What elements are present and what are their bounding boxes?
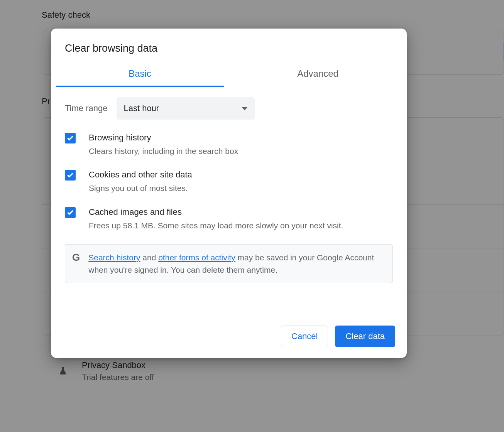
option-title: Browsing history <box>89 133 238 143</box>
time-range-label: Time range <box>65 103 107 113</box>
option-sub: Clears history, including in the search … <box>89 146 238 157</box>
check-icon <box>66 134 74 142</box>
option-cookies: Cookies and other site data Signs you ou… <box>65 170 393 194</box>
time-range-value: Last hour <box>123 103 159 113</box>
option-title: Cookies and other site data <box>89 170 192 180</box>
check-icon <box>66 209 74 216</box>
option-browsing-history: Browsing history Clears history, includi… <box>65 133 393 157</box>
search-history-link[interactable]: Search history <box>88 253 140 262</box>
dialog-title: Clear browsing data <box>51 29 407 63</box>
other-activity-link[interactable]: other forms of activity <box>158 253 235 262</box>
option-title: Cached images and files <box>89 207 343 217</box>
checkbox-cache[interactable] <box>65 207 76 218</box>
info-text: Search history and other forms of activi… <box>88 251 384 276</box>
option-sub: Signs you out of most sites. <box>89 183 192 194</box>
check-icon <box>66 171 74 179</box>
time-range-select[interactable]: Last hour <box>117 97 255 120</box>
tab-advanced[interactable]: Advanced <box>229 63 407 87</box>
option-cache: Cached images and files Frees up 58.1 MB… <box>65 207 393 231</box>
tab-basic[interactable]: Basic <box>51 63 229 87</box>
google-icon: G <box>72 251 80 263</box>
checkbox-browsing-history[interactable] <box>65 133 76 143</box>
dialog-tabs: Basic Advanced <box>51 63 407 87</box>
clear-browsing-data-dialog: Clear browsing data Basic Advanced Time … <box>51 29 407 358</box>
google-account-info: G Search history and other forms of acti… <box>65 244 393 283</box>
cancel-button[interactable]: Cancel <box>281 326 328 347</box>
checkbox-cookies[interactable] <box>65 170 76 181</box>
dropdown-arrow-icon <box>242 107 248 110</box>
clear-data-button[interactable]: Clear data <box>335 326 395 347</box>
option-sub: Frees up 58.1 MB. Some sites may load mo… <box>89 220 343 231</box>
